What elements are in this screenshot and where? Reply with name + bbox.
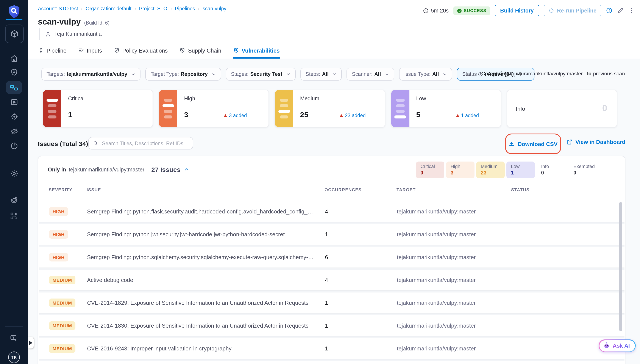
- triangle-up-icon: [224, 114, 227, 117]
- table-row[interactable]: HIGH Semgrep Finding: python.jwt.securit…: [39, 224, 624, 245]
- table-row[interactable]: MEDIUM CVE-2014-1829: Exposure of Sensit…: [39, 292, 624, 313]
- person-icon: [45, 31, 51, 37]
- issue-target: tejakummarikuntla/vulpy:master: [397, 231, 476, 238]
- sidebar-item-executions[interactable]: [6, 96, 22, 108]
- sidebar-item-project-settings[interactable]: [6, 194, 22, 207]
- check-circle-icon: [457, 8, 462, 13]
- scrollbar-thumb[interactable]: [619, 202, 622, 331]
- severity-badge: HIGH: [49, 207, 68, 216]
- breadcrumb-current[interactable]: scan-vulpy: [203, 6, 226, 11]
- tab-supply-chain[interactable]: Supply Chain: [179, 44, 221, 58]
- breadcrumb-pipelines[interactable]: Pipelines: [175, 6, 195, 11]
- search-icon: [93, 140, 98, 146]
- tab-inputs[interactable]: Inputs: [78, 44, 102, 58]
- chip-low[interactable]: Low1: [507, 162, 535, 178]
- kebab-menu-icon[interactable]: [628, 7, 635, 14]
- filter-targets[interactable]: Targets:tejakummarikuntla/vulpy: [41, 68, 141, 80]
- occurrences: 6: [325, 254, 328, 260]
- shield-scan-icon: [10, 68, 18, 77]
- group-count: 27 Issues: [151, 166, 180, 173]
- card-value: 25: [300, 111, 308, 119]
- info-icon[interactable]: [606, 7, 612, 14]
- severity-card-info[interactable]: Info 0: [507, 90, 617, 128]
- table-row[interactable]: MEDIUM CVE-2017-11424: PyJWT: Improper V…: [39, 361, 624, 364]
- issues-group-header[interactable]: Only in tejakummarikuntla/vulpy:master 2…: [48, 166, 189, 173]
- chip-high[interactable]: High3: [446, 162, 475, 178]
- layers-gear-icon: [10, 196, 19, 205]
- occurrences: 1: [325, 300, 328, 306]
- search-input[interactable]: [101, 140, 188, 147]
- table-row[interactable]: HIGH Semgrep Finding: python.flask.secur…: [39, 201, 624, 222]
- sidebar-item-home[interactable]: [6, 52, 22, 65]
- edit-pencil-icon[interactable]: [617, 7, 624, 14]
- sidebar-item-settings[interactable]: [6, 167, 22, 180]
- breadcrumb-org[interactable]: Organization: default: [86, 6, 132, 11]
- sidebar-item-exemptions[interactable]: [6, 125, 22, 138]
- filter-issue-type[interactable]: Issue Type:All: [399, 68, 452, 80]
- table-row[interactable]: MEDIUM CVE-2014-1830: Exposure of Sensit…: [39, 315, 624, 336]
- severity-card-high[interactable]: High 3 3 added: [159, 90, 269, 128]
- filter-stages[interactable]: Stages:Security Test: [226, 68, 296, 80]
- issue-title: Semgrep Finding: python.jwt.security.jwt…: [87, 231, 285, 238]
- user-name: Teja Kummarikuntla: [54, 31, 102, 37]
- occurrences: 4: [325, 208, 328, 215]
- sidebar-expander-handle[interactable]: [28, 337, 34, 348]
- severity-badge: MEDIUM: [49, 321, 76, 330]
- view-in-dashboard-button[interactable]: View in Dashboard: [566, 139, 625, 145]
- chevron-down-icon: [443, 72, 447, 76]
- chip-exempted[interactable]: Exempted0: [567, 162, 599, 178]
- harness-sto-logo[interactable]: [0, 4, 28, 19]
- sidebar-item-targets[interactable]: [6, 110, 22, 123]
- breadcrumb-project[interactable]: Project: STO: [139, 6, 167, 11]
- triggered-by: Teja Kummarikuntla: [39, 28, 102, 40]
- sidebar-item-account-settings[interactable]: [6, 209, 22, 222]
- filter-scanner[interactable]: Scanner:All: [347, 68, 394, 80]
- table-row[interactable]: HIGH Semgrep Finding: python.sqlalchemy.…: [39, 247, 624, 268]
- tab-vulnerabilities[interactable]: Vulnerabilities: [233, 44, 280, 58]
- chip-critical[interactable]: Critical0: [416, 162, 445, 178]
- chevron-up-icon[interactable]: [184, 167, 189, 172]
- help-chat-icon: ?: [10, 334, 19, 343]
- chip-medium[interactable]: Medium23: [476, 162, 505, 178]
- tab-pipeline[interactable]: Pipeline: [38, 44, 67, 58]
- build-history-button[interactable]: Build History: [494, 5, 539, 16]
- breadcrumb-separator: ›: [135, 6, 136, 11]
- rerun-pipeline-button[interactable]: Re-run Pipeline: [544, 5, 601, 16]
- issue-title: Semgrep Finding: python.sqlalchemy.secur…: [87, 254, 315, 260]
- severity-badge: MEDIUM: [49, 344, 76, 353]
- tab-policy-evaluations[interactable]: Policy Evaluations: [114, 44, 168, 58]
- issues-search[interactable]: [88, 137, 193, 150]
- table-row[interactable]: MEDIUM Active debug code 4 tejakummariku…: [39, 270, 624, 290]
- chevron-down-icon: [212, 72, 216, 76]
- annotation-highlight: Download CSV: [505, 134, 561, 154]
- chevron-down-icon: [131, 72, 136, 76]
- vulnerabilities-panel: Targets:tejakummarikuntla/vulpy Target T…: [28, 58, 640, 364]
- filter-steps[interactable]: Steps:All: [300, 68, 342, 80]
- chevron-down-icon: [332, 72, 337, 76]
- severity-level-icon: [159, 90, 177, 127]
- download-csv-button[interactable]: Download CSV: [509, 141, 558, 147]
- module-selector[interactable]: [5, 24, 24, 43]
- user-avatar[interactable]: TK: [8, 352, 20, 363]
- chip-info[interactable]: Info0: [537, 162, 565, 178]
- sidebar-item-overview[interactable]: [6, 66, 22, 79]
- ask-ai-button[interactable]: Ask AI: [599, 340, 636, 352]
- card-value: 1: [68, 111, 72, 119]
- severity-card-low[interactable]: Low 5 1 added: [391, 90, 501, 128]
- severity-card-critical[interactable]: Critical 1: [43, 90, 153, 128]
- severity-card-medium[interactable]: Medium 25 23 added: [275, 90, 385, 128]
- filter-target-type[interactable]: Target Type:Repository: [146, 68, 221, 80]
- card-value: 5: [416, 111, 420, 119]
- sto-shield-icon: [7, 4, 21, 19]
- breadcrumb-separator: ›: [170, 6, 172, 11]
- sidebar-item-pipelines[interactable]: [6, 81, 22, 94]
- eye-off-icon: [10, 127, 18, 136]
- severity-badge: MEDIUM: [49, 276, 76, 284]
- page-header: Account: STO test› Organization: default…: [28, 0, 640, 58]
- group-target: tejakummarikuntla/vulpy:master: [69, 166, 145, 172]
- sidebar-item-help[interactable]: ?: [6, 332, 22, 344]
- home-icon: [10, 54, 18, 63]
- breadcrumb-account[interactable]: Account: STO test: [38, 6, 78, 11]
- table-row[interactable]: MEDIUM CVE-2016-9243: Improper input val…: [39, 338, 624, 359]
- sidebar-item-getting-started[interactable]: [6, 140, 22, 152]
